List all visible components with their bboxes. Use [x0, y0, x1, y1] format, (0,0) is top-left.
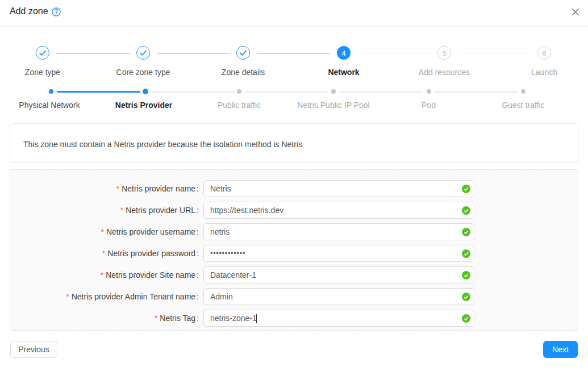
svg-text:?: ? — [54, 9, 57, 15]
